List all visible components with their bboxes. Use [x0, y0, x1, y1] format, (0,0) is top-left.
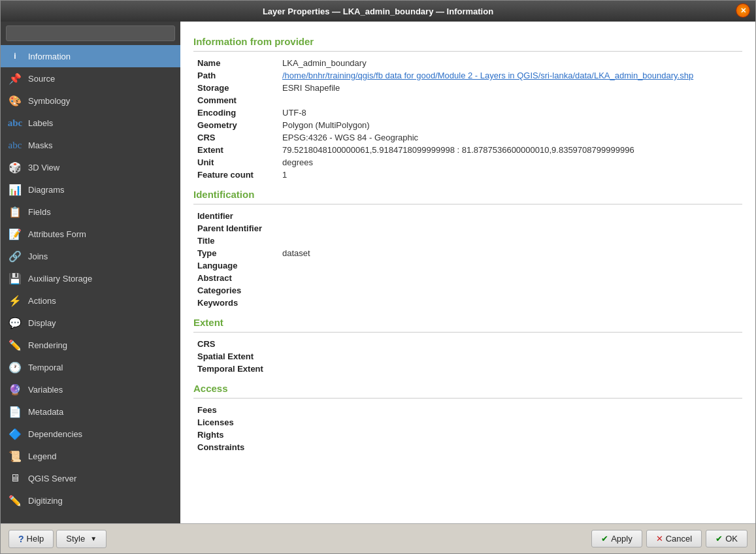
sidebar-item-3dview[interactable]: 🎲3D View	[1, 156, 180, 178]
provider-table: NameLKA_admin_boundaryPath/home/bnhr/tra…	[193, 57, 742, 181]
close-button[interactable]: ✕	[736, 3, 750, 18]
sidebar-label-labels: Labels	[28, 118, 53, 128]
display-icon: 💬	[8, 316, 22, 329]
provider-table-value[interactable]: /home/bnhr/training/qgis/fb data for goo…	[278, 69, 742, 82]
legend-icon: 📜	[8, 449, 22, 463]
sidebar-item-masks[interactable]: abcMasks	[1, 134, 180, 156]
provider-table-label: CRS	[193, 131, 278, 144]
identification-table-label: Identifier	[193, 210, 278, 222]
identification-table-label: Categories	[193, 284, 278, 297]
provider-table-value: degrees	[278, 156, 742, 169]
provider-table-label: Extent	[193, 144, 278, 156]
provider-table-label: Name	[193, 57, 278, 69]
search-input[interactable]	[6, 25, 175, 41]
sidebar-item-legend[interactable]: 📜Legend	[1, 445, 180, 467]
qgis-server-icon: 🖥	[8, 472, 22, 485]
sidebar-label-source: Source	[28, 74, 55, 84]
sidebar-item-dependencies[interactable]: 🔷Dependencies	[1, 423, 180, 445]
extent-table: CRSSpatial ExtentTemporal Extent	[193, 338, 742, 375]
extent-table-label: Temporal Extent	[193, 363, 278, 375]
table-row: CRS	[193, 338, 742, 350]
footer-right: ✔ Apply ✕ Cancel ✔ OK	[591, 530, 748, 547]
provider-table-label: Geometry	[193, 119, 278, 131]
identification-table-label: Title	[193, 235, 278, 247]
sidebar-item-display[interactable]: 💬Display	[1, 312, 180, 334]
table-row: Rights	[193, 429, 742, 441]
access-table-value	[278, 404, 742, 416]
sidebar-label-display: Display	[28, 318, 56, 328]
sidebar-item-qgis-server[interactable]: 🖥QGIS Server	[1, 467, 180, 489]
auxiliary-storage-icon: 💾	[8, 272, 22, 285]
footer-left: ? Help Style ▼	[8, 530, 107, 548]
table-row: Title	[193, 235, 742, 247]
sidebar-item-fields[interactable]: 📋Fields	[1, 201, 180, 223]
identification-table-value	[278, 284, 742, 297]
sidebar-item-auxiliary-storage[interactable]: 💾Auxiliary Storage	[1, 267, 180, 289]
footer: ? Help Style ▼ ✔ Apply ✕ Cancel ✔ OK	[1, 523, 755, 553]
sidebar-label-masks: Masks	[28, 140, 53, 150]
content-area: Information from provider NameLKA_admin_…	[180, 22, 755, 523]
sidebar-item-digitizing[interactable]: ✏️Digitizing	[1, 489, 180, 512]
access-table-value	[278, 441, 742, 453]
sidebar-label-joins: Joins	[28, 252, 48, 261]
sidebar-item-attributes-form[interactable]: 📝Attributes Form	[1, 223, 180, 245]
fields-icon: 📋	[8, 205, 22, 218]
provider-table-value: UTF-8	[278, 106, 742, 119]
sidebar-item-source[interactable]: 📌Source	[1, 67, 180, 90]
sidebar-label-digitizing: Digitizing	[28, 496, 63, 506]
table-row: Comment	[193, 94, 742, 106]
digitizing-icon: ✏️	[8, 494, 22, 507]
ok-button[interactable]: ✔ OK	[706, 530, 748, 547]
apply-button[interactable]: ✔ Apply	[591, 530, 642, 547]
dependencies-icon: 🔷	[8, 427, 22, 440]
provider-table-value: Polygon (MultiPolygon)	[278, 119, 742, 131]
sidebar-item-symbology[interactable]: 🎨Symbology	[1, 90, 180, 112]
sidebar-label-auxiliary-storage: Auxiliary Storage	[28, 274, 92, 284]
sidebar-item-temporal[interactable]: 🕐Temporal	[1, 356, 180, 378]
identification-table-label: Parent Identifier	[193, 222, 278, 235]
temporal-icon: 🕐	[8, 361, 22, 374]
sidebar-item-metadata[interactable]: 📄Metadata	[1, 400, 180, 423]
sidebar-item-diagrams[interactable]: 📊Diagrams	[1, 178, 180, 201]
identification-table-value	[278, 259, 742, 272]
titlebar: Layer Properties — LKA_admin_boundary — …	[1, 1, 755, 22]
sidebar-item-actions[interactable]: ⚡Actions	[1, 289, 180, 312]
masks-icon: abc	[8, 138, 22, 152]
extent-table-label: Spatial Extent	[193, 350, 278, 363]
source-icon: 📌	[8, 72, 22, 85]
labels-icon: abc	[8, 116, 22, 129]
rendering-icon: ✏️	[8, 338, 22, 351]
sidebar-label-symbology: Symbology	[28, 96, 70, 106]
sidebar-label-temporal: Temporal	[28, 363, 63, 372]
style-button[interactable]: Style ▼	[56, 530, 107, 548]
provider-table-label: Feature count	[193, 169, 278, 181]
main-window: Layer Properties — LKA_admin_boundary — …	[0, 0, 756, 554]
help-button[interactable]: ? Help	[8, 530, 54, 548]
sidebar-label-attributes-form: Attributes Form	[28, 229, 86, 239]
diagrams-icon: 📊	[8, 183, 22, 196]
sidebar-item-information[interactable]: iInformation	[1, 45, 180, 67]
table-row: Feature count1	[193, 169, 742, 181]
table-row: Identifier	[193, 210, 742, 222]
cancel-button[interactable]: ✕ Cancel	[646, 530, 702, 547]
sidebar-item-joins[interactable]: 🔗Joins	[1, 245, 180, 267]
sidebar-label-actions: Actions	[28, 296, 56, 306]
access-table-label: Licenses	[193, 416, 278, 429]
sidebar-item-labels[interactable]: abcLabels	[1, 112, 180, 134]
table-row: Unitdegrees	[193, 156, 742, 169]
provider-table-label: Comment	[193, 94, 278, 106]
access-table-label: Fees	[193, 404, 278, 416]
sidebar-item-variables[interactable]: 🔮Variables	[1, 378, 180, 400]
sidebar-item-rendering[interactable]: ✏️Rendering	[1, 334, 180, 356]
extent-table-value	[278, 350, 742, 363]
provider-table-value	[278, 94, 742, 106]
provider-table-value: EPSG:4326 - WGS 84 - Geographic	[278, 131, 742, 144]
table-row: StorageESRI Shapefile	[193, 82, 742, 94]
identification-table-value: dataset	[278, 247, 742, 259]
identification-table-value	[278, 272, 742, 284]
identification-table-value	[278, 210, 742, 222]
provider-table-label: Encoding	[193, 106, 278, 119]
table-row: Typedataset	[193, 247, 742, 259]
access-table-label: Rights	[193, 429, 278, 441]
identification-table-label: Abstract	[193, 272, 278, 284]
